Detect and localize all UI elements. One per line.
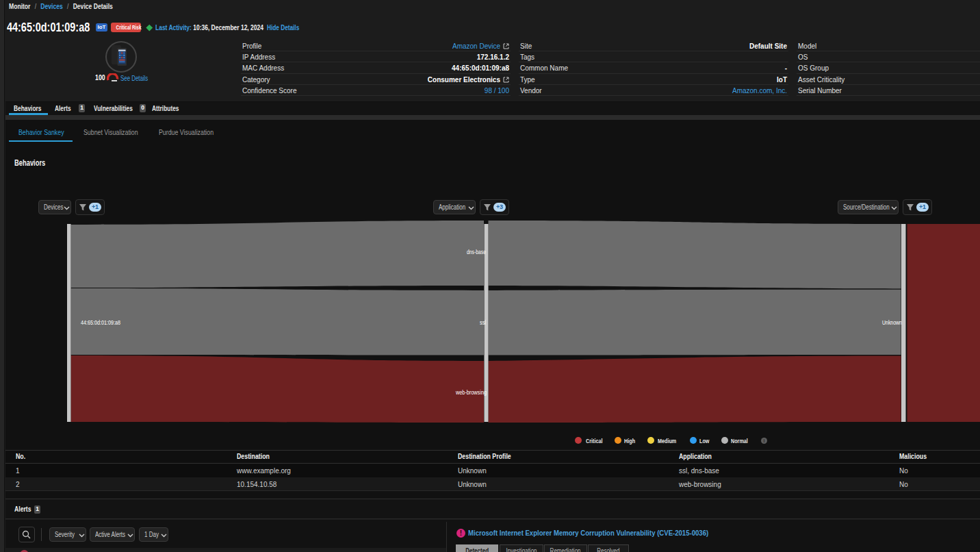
svg-text:ssl: ssl: [480, 319, 486, 326]
svg-text:44:65:0d:01:09:a8: 44:65:0d:01:09:a8: [81, 319, 120, 326]
svg-text:web-browsing: web-browsing: [455, 389, 487, 396]
svg-text:dns-base: dns-base: [467, 249, 486, 255]
svg-text:Unknown: Unknown: [882, 319, 902, 326]
